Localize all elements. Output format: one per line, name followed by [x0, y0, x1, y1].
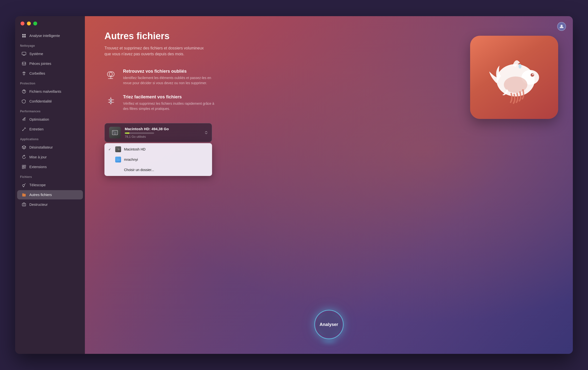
svg-rect-18: [22, 167, 24, 169]
sidebar-item-entretien[interactable]: Entretien: [17, 125, 83, 134]
page-title: Autres fichiers: [104, 31, 558, 41]
sidebar-item-label: Télescope: [29, 183, 46, 187]
corbeilles-icon: [22, 71, 26, 76]
sidebar-item-telescope[interactable]: Télescope: [17, 180, 83, 190]
avatar-button[interactable]: [557, 22, 566, 31]
feature-sort-title: Triez facilement vos fichiers: [123, 94, 216, 100]
sidebar-item-optimisation[interactable]: Optimisation: [17, 115, 83, 124]
chevron-updown-icon: [204, 131, 208, 134]
main-content: Autres fichiers Trouvez et supprimez des…: [85, 16, 573, 354]
choose-folder-icon: [115, 167, 121, 173]
desinstallateur-icon: [22, 145, 26, 150]
svg-point-48: [118, 149, 119, 150]
analyze-btn-label: Analyser: [319, 322, 338, 327]
section-performances-label: Performances: [15, 106, 85, 115]
feature-forgotten-title: Retrouvez vos fichiers oubliés: [123, 69, 216, 74]
svg-rect-0: [22, 34, 24, 35]
disk-progress-fill: [125, 132, 129, 134]
svg-rect-41: [112, 130, 118, 135]
disk-used: 78,1 Go utilisés: [125, 135, 200, 139]
sidebar-item-label: Fichiers malveillants: [29, 90, 61, 93]
feature-sort-desc: Vérifiez et supprimez les fichiers inuti…: [123, 101, 216, 111]
dropdown-label-mrachnyi: mrachnyi: [124, 158, 138, 162]
sidebar-item-extensions[interactable]: Extensions: [17, 162, 83, 172]
sidebar-item-label: Système: [29, 52, 43, 56]
page-description: Trouvez et supprimez des fichiers et dos…: [104, 45, 207, 57]
svg-point-23: [561, 25, 563, 27]
systeme-icon: [22, 51, 26, 56]
sidebar-item-label: Destructeur: [29, 203, 48, 207]
dropdown-label-choose-folder: Choisir un dossier...: [124, 168, 154, 172]
analyze-btn-glow: [319, 339, 339, 344]
sidebar-item-label: Extensions: [29, 165, 47, 169]
svg-rect-16: [22, 165, 24, 167]
analyze-button[interactable]: Analyser: [314, 310, 344, 339]
sidebar: Analyse intelligente Nettoyage Système P…: [15, 16, 85, 354]
svg-rect-17: [24, 165, 26, 167]
svg-point-43: [115, 133, 115, 134]
disk-progress-bar: [125, 132, 154, 134]
sidebar-item-label: Corbeilles: [29, 71, 45, 75]
forgotten-icon: [104, 69, 117, 81]
feature-forgotten-desc: Identifiez facilement les éléments oubli…: [123, 75, 216, 86]
autres-fichiers-icon: [22, 192, 26, 197]
sidebar-item-desinstallateur[interactable]: Désinstallateur: [17, 143, 83, 152]
malveillants-icon: [22, 89, 26, 94]
disk-name: Macintosh HD: 494,38 Go: [125, 127, 200, 131]
svg-rect-1: [24, 34, 26, 35]
entretien-icon: [22, 127, 26, 132]
sort-icon: [104, 94, 117, 107]
sidebar-item-label: Désinstallateur: [29, 145, 53, 149]
sidebar-item-destructeur[interactable]: Destructeur: [17, 200, 83, 209]
svg-rect-20: [22, 203, 26, 206]
extensions-icon: [22, 164, 26, 169]
mise-a-jour-icon: [22, 155, 26, 160]
disk-selector[interactable]: Macintosh HD: 494,38 Go 78,1 Go utilisés: [104, 123, 212, 142]
window-controls: [21, 22, 37, 25]
disk-selector-container: Macintosh HD: 494,38 Go 78,1 Go utilisés: [104, 123, 212, 142]
dropdown-item-macintosh-hd[interactable]: ✓ Macintosh HD: [104, 144, 212, 154]
sidebar-item-mise-a-jour[interactable]: Mise à jour: [17, 152, 83, 162]
optimisation-icon: [22, 117, 26, 122]
sidebar-item-label: Mise à jour: [29, 155, 47, 159]
close-button[interactable]: [21, 22, 24, 25]
svg-point-45: [116, 131, 117, 132]
disk-icon: [109, 127, 121, 139]
svg-rect-4: [22, 52, 26, 55]
section-nettoyage-label: Nettoyage: [15, 41, 85, 49]
sidebar-item-analyse[interactable]: Analyse intelligente: [17, 31, 83, 40]
sidebar-item-label: Pièces jointes: [29, 62, 51, 66]
dropdown-item-choose-folder[interactable]: Choisir un dossier...: [104, 165, 212, 175]
sidebar-item-label: Entretien: [29, 127, 44, 131]
section-applications-label: Applications: [15, 134, 85, 142]
features-list: Retrouvez vos fichiers oubliés Identifie…: [104, 69, 558, 111]
sidebar-item-label: Optimisation: [29, 117, 49, 121]
feature-forgotten: Retrouvez vos fichiers oubliés Identifie…: [104, 69, 558, 86]
sidebar-item-corbeilles[interactable]: Corbeilles: [17, 69, 83, 78]
sidebar-item-autres-fichiers[interactable]: Autres fichiers: [17, 190, 83, 199]
dropdown-label-macintosh-hd: Macintosh HD: [124, 147, 146, 151]
minimize-button[interactable]: [27, 22, 31, 25]
confidentialite-icon: [22, 99, 26, 104]
sidebar-item-systeme[interactable]: Système: [17, 49, 83, 58]
maximize-button[interactable]: [33, 22, 37, 25]
pieces-jointes-icon: [22, 61, 26, 66]
disk-dropdown: ✓ Macintosh HD: [104, 143, 212, 176]
analyse-icon: [22, 33, 26, 38]
svg-point-7: [24, 92, 24, 93]
section-fichiers-label: Fichiers: [15, 172, 85, 180]
section-protection-label: Protection: [15, 78, 85, 87]
content-area: Autres fichiers Trouvez et supprimez des…: [104, 31, 558, 339]
svg-rect-3: [24, 36, 26, 37]
sidebar-item-confidentialite[interactable]: Confidentialité: [17, 97, 83, 106]
sidebar-item-pieces-jointes[interactable]: Pièces jointes: [17, 59, 83, 68]
folder-icon: [115, 157, 121, 162]
sidebar-item-label: Autres fichiers: [29, 193, 52, 197]
feature-sort: Triez facilement vos fichiers Vérifiez e…: [104, 94, 558, 111]
sidebar-item-fichiers-malveillants[interactable]: Fichiers malveillants: [17, 87, 83, 96]
svg-rect-2: [22, 36, 24, 37]
telescope-icon: [22, 183, 26, 187]
analyze-btn-container: Analyser: [314, 310, 344, 339]
destructeur-icon: [22, 202, 26, 207]
dropdown-item-mrachnyi[interactable]: mrachnyi: [104, 154, 212, 165]
